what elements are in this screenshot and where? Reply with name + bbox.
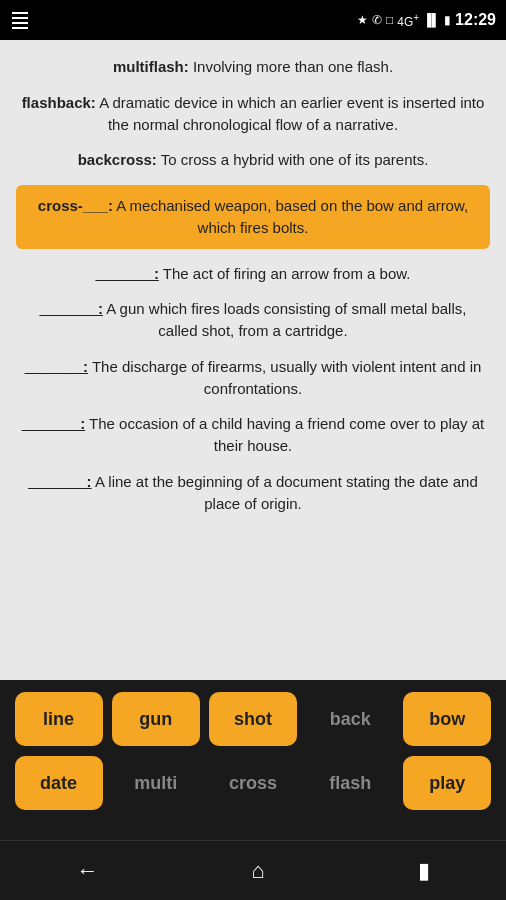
battery-icon: ▮ — [444, 13, 451, 27]
definition-flashback: flashback: A dramatic device in which an… — [20, 92, 486, 136]
def-text-gunfire: The discharge of firearms, usually with … — [88, 358, 481, 397]
main-content: multiflash: Involving more than one flas… — [0, 40, 506, 680]
back-nav-icon[interactable]: ← — [76, 858, 98, 884]
status-left — [10, 10, 30, 31]
recent-nav-icon[interactable]: ▮ — [418, 858, 430, 884]
def-text-shotgun: A gun which fires loads consisting of sm… — [103, 300, 467, 339]
status-bar: ★ ✆ □ 4G+ ▐▌ ▮ 12:29 — [0, 0, 506, 40]
term-cross: cross-___: — [38, 197, 113, 214]
answer-btn-date[interactable]: date — [15, 756, 103, 810]
phone-icon: ✆ — [372, 13, 382, 27]
def-text-cross: A mechanised weapon, based on the bow an… — [113, 197, 468, 236]
definition-playdate: _______: The occasion of a child having … — [20, 413, 486, 457]
def-text-playdate: The occasion of a child having a friend … — [85, 415, 484, 454]
answer-btn-line[interactable]: line — [15, 692, 103, 746]
blank-3: _______: — [25, 358, 88, 375]
answer-btn-flash: flash — [306, 756, 394, 810]
menu-icon — [10, 10, 30, 31]
answer-btn-gun[interactable]: gun — [112, 692, 200, 746]
definition-shotgun: _______: A gun which fires loads consist… — [20, 298, 486, 342]
bars-icon: ▐▌ — [423, 13, 440, 27]
def-text-backcross: To cross a hybrid with one of its parent… — [157, 151, 429, 168]
def-text-dateline: A line at the beginning of a document st… — [92, 473, 478, 512]
bluetooth-icon: ★ — [357, 13, 368, 27]
term-backcross: backcross: — [78, 151, 157, 168]
status-right: ★ ✆ □ 4G+ ▐▌ ▮ 12:29 — [357, 11, 496, 29]
def-text-multiflash: Involving more than one flash. — [189, 58, 393, 75]
answer-btn-shot[interactable]: shot — [209, 692, 297, 746]
blank-2: _______: — [40, 300, 103, 317]
term-flashback: flashback: — [22, 94, 96, 111]
answer-row-1: line gun shot back bow — [10, 692, 496, 746]
def-text-bow: The act of firing an arrow from a bow. — [159, 265, 411, 282]
answer-btn-back: back — [306, 692, 394, 746]
blank-1: _______: — [96, 265, 159, 282]
wifi-icon: □ — [386, 13, 393, 27]
definition-backcross: backcross: To cross a hybrid with one of… — [20, 149, 486, 171]
answer-btn-multi: multi — [112, 756, 200, 810]
time-display: 12:29 — [455, 11, 496, 29]
definition-dateline: _______: A line at the beginning of a do… — [20, 471, 486, 515]
blank-4: _______: — [22, 415, 85, 432]
def-text-flashback: A dramatic device in which an earlier ev… — [96, 94, 485, 133]
answer-row-2: date multi cross flash play — [10, 756, 496, 810]
signal-icon: 4G+ — [397, 12, 419, 29]
definition-bow: _______: The act of firing an arrow from… — [20, 263, 486, 285]
answers-area: line gun shot back bow date multi cross … — [0, 680, 506, 840]
home-nav-icon[interactable]: ⌂ — [251, 858, 264, 884]
definition-gunfire: _______: The discharge of firearms, usua… — [20, 356, 486, 400]
answer-btn-play[interactable]: play — [403, 756, 491, 810]
definition-crossbow: cross-___: A mechanised weapon, based on… — [16, 185, 490, 249]
definition-multiflash: multiflash: Involving more than one flas… — [20, 56, 486, 78]
blank-5: _______: — [28, 473, 91, 490]
nav-bar: ← ⌂ ▮ — [0, 840, 506, 900]
answer-btn-cross: cross — [209, 756, 297, 810]
term-multiflash: multiflash: — [113, 58, 189, 75]
answer-btn-bow[interactable]: bow — [403, 692, 491, 746]
